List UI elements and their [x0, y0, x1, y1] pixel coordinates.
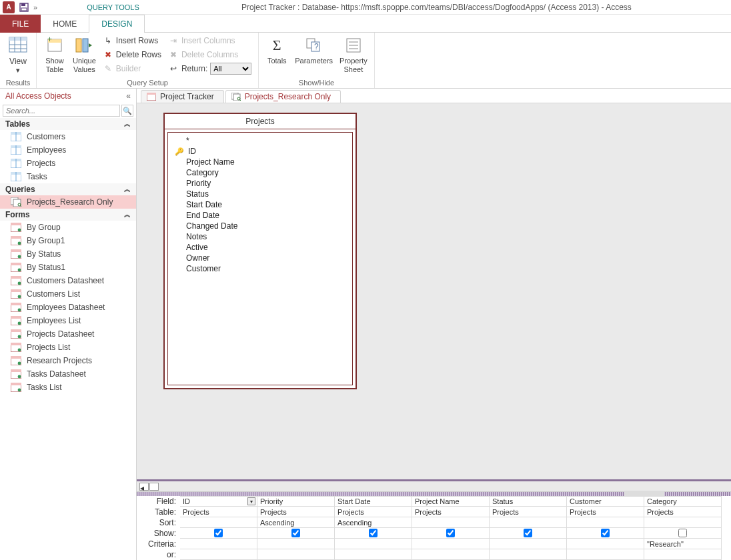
qbe-cell[interactable]	[567, 517, 644, 528]
show-checkbox[interactable]	[369, 529, 378, 537]
nav-item-form[interactable]: Employees Datasheet	[0, 301, 136, 314]
qbe-cell[interactable]	[567, 539, 644, 549]
field-list-item[interactable]: Project Name	[168, 157, 352, 167]
show-checkbox[interactable]	[524, 529, 532, 537]
qbe-cell[interactable]	[335, 528, 412, 539]
field-list-item[interactable]: Customer	[168, 263, 352, 274]
save-icon[interactable]	[19, 2, 29, 13]
qbe-cell[interactable]	[644, 528, 722, 539]
field-list-item[interactable]: End Date	[168, 210, 352, 221]
return-select[interactable]: All	[210, 63, 251, 75]
qbe-cell[interactable]	[180, 539, 257, 549]
nav-item-form[interactable]: Projects List	[0, 341, 136, 354]
builder-button[interactable]: ✎Builder	[100, 62, 164, 75]
insert-rows-button[interactable]: ↳Insert Rows	[100, 34, 164, 47]
qbe-cell[interactable]: ID▾	[180, 496, 257, 507]
qbe-cell[interactable]: Projects	[412, 507, 490, 517]
qbe-cell[interactable]: Project Name	[412, 496, 490, 507]
field-list-item[interactable]: Active	[168, 242, 352, 253]
nav-section-tables[interactable]: Tables︽	[0, 118, 136, 130]
qbe-cell[interactable]	[490, 517, 567, 528]
totals-button[interactable]: Σ Totals	[263, 34, 291, 67]
tab-design[interactable]: DESIGN	[89, 15, 145, 33]
qbe-cell[interactable]: Priority	[257, 496, 335, 507]
qbe-cell[interactable]: Projects	[490, 507, 567, 517]
qbe-cell[interactable]	[257, 539, 335, 549]
qat-more-icon[interactable]: »	[33, 3, 37, 11]
doc-tab-projects-research[interactable]: Projects_Research Only	[225, 90, 341, 103]
nav-item-table[interactable]: Projects	[0, 157, 136, 170]
qbe-cell[interactable]: Ascending	[335, 517, 412, 528]
nav-item-form[interactable]: Tasks Datasheet	[0, 367, 136, 381]
qbe-cell[interactable]: "Research"	[644, 539, 722, 549]
doc-tab-project-tracker[interactable]: Project Tracker	[141, 90, 224, 103]
field-list-item[interactable]: *	[168, 135, 352, 146]
qbe-cell[interactable]	[567, 528, 644, 539]
qbe-cell[interactable]	[490, 528, 567, 539]
field-list-item[interactable]: Category	[168, 167, 352, 178]
nav-item-form[interactable]: Customers Datasheet	[0, 274, 136, 287]
qbe-cell[interactable]: Start Date	[335, 496, 412, 507]
nav-item-form[interactable]: Customers List	[0, 287, 136, 301]
qbe-cell[interactable]	[257, 528, 335, 539]
field-list-item[interactable]: Owner	[168, 253, 352, 263]
show-table-button[interactable]: + Show Table	[41, 34, 69, 75]
nav-item-table[interactable]: Employees	[0, 143, 136, 157]
delete-rows-button[interactable]: ✖Delete Rows	[100, 48, 164, 61]
nav-section-queries[interactable]: Queries︽	[0, 183, 136, 195]
insert-columns-button[interactable]: ⇥Insert Columns	[165, 34, 254, 47]
qbe-cell[interactable]	[412, 549, 490, 560]
nav-item-form[interactable]: Tasks List	[0, 381, 136, 394]
qbe-cell[interactable]	[180, 549, 257, 560]
nav-item-form[interactable]: By Group1	[0, 234, 136, 247]
qbe-cell[interactable]	[644, 517, 722, 528]
field-list-item[interactable]: Notes	[168, 231, 352, 242]
property-sheet-button[interactable]: Property Sheet	[337, 34, 370, 75]
table-box-projects[interactable]: Projects *🔑IDProject NameCategoryPriorit…	[163, 113, 357, 389]
nav-item-form[interactable]: Projects Datasheet	[0, 327, 136, 341]
show-checkbox[interactable]	[214, 529, 223, 537]
qbe-cell[interactable]: Projects	[644, 507, 722, 517]
nav-collapse-icon[interactable]: «	[126, 91, 131, 101]
search-button[interactable]: 🔍	[121, 105, 133, 117]
field-list[interactable]: *🔑IDProject NameCategoryPriorityStatusSt…	[167, 132, 353, 385]
access-app-icon[interactable]: A	[3, 1, 15, 13]
qbe-cell[interactable]	[180, 517, 257, 528]
qbe-cell[interactable]: Projects	[335, 507, 412, 517]
field-list-item[interactable]: Changed Date	[168, 221, 352, 231]
qbe-cell[interactable]: Category	[644, 496, 722, 507]
show-checkbox[interactable]	[291, 529, 300, 537]
qbe-cell[interactable]: Customer	[567, 496, 644, 507]
tab-file[interactable]: FILE	[0, 15, 41, 33]
nav-item-form[interactable]: By Status1	[0, 261, 136, 274]
qbe-cell[interactable]	[567, 549, 644, 560]
view-button[interactable]: View▾	[4, 34, 32, 77]
nav-item-form[interactable]: Employees List	[0, 314, 136, 327]
dropdown-icon[interactable]: ▾	[247, 497, 255, 505]
nav-item-form[interactable]: By Group	[0, 221, 136, 234]
scroll-right-button[interactable]	[149, 483, 159, 491]
field-list-item[interactable]: 🔑ID	[168, 146, 352, 157]
field-list-item[interactable]: Start Date	[168, 199, 352, 210]
qbe-cell[interactable]	[644, 549, 722, 560]
show-checkbox[interactable]	[601, 529, 610, 537]
nav-item-table[interactable]: Customers	[0, 130, 136, 143]
qbe-cell[interactable]: Projects	[180, 507, 257, 517]
scroll-left-button[interactable]: ◂	[139, 483, 149, 491]
qbe-cell[interactable]	[335, 549, 412, 560]
tab-home[interactable]: HOME	[41, 15, 89, 33]
nav-section-forms[interactable]: Forms︽	[0, 209, 136, 221]
show-checkbox[interactable]	[678, 529, 687, 537]
qbe-cell[interactable]: Status	[490, 496, 567, 507]
query-design-surface[interactable]: Projects *🔑IDProject NameCategoryPriorit…	[137, 103, 731, 479]
qbe-cell[interactable]	[412, 539, 490, 549]
qbe-cell[interactable]: Ascending	[257, 517, 335, 528]
qbe-cell[interactable]	[490, 539, 567, 549]
nav-item-form[interactable]: By Status	[0, 247, 136, 261]
qbe-cell[interactable]	[335, 539, 412, 549]
nav-header[interactable]: All Access Objects «	[0, 89, 136, 103]
nav-item-form[interactable]: Research Projects	[0, 354, 136, 367]
field-list-item[interactable]: Priority	[168, 178, 352, 189]
field-list-item[interactable]: Status	[168, 189, 352, 199]
delete-columns-button[interactable]: ✖Delete Columns	[165, 48, 254, 61]
